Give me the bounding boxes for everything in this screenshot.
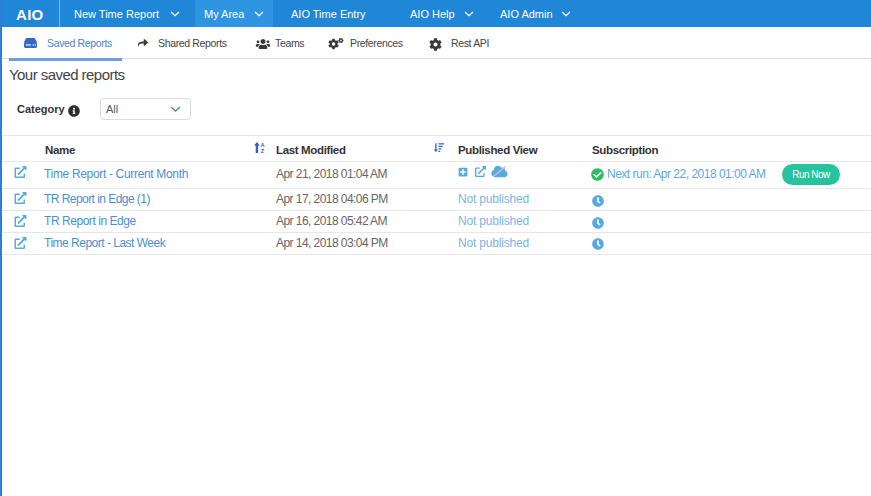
svg-text:Z: Z — [261, 148, 265, 153]
svg-text:A: A — [260, 142, 264, 148]
